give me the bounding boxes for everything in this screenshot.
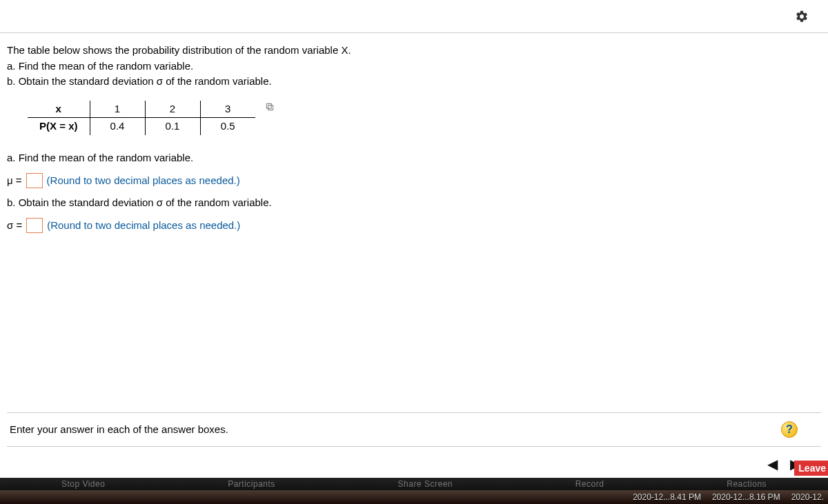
x-val-3: 3 xyxy=(200,101,255,118)
sigma-prefix: σ = xyxy=(7,218,22,234)
zoom-participants[interactable]: Participants xyxy=(228,479,275,489)
mu-prefix: μ = xyxy=(7,173,22,189)
taskbar-chip[interactable]: 2020-12. xyxy=(789,492,827,502)
top-bar xyxy=(0,0,828,33)
pager: ◀ ▶ xyxy=(7,447,821,474)
sigma-input[interactable] xyxy=(26,218,43,233)
x-val-1: 1 xyxy=(90,101,145,118)
zoom-toolbar: Stop Video Participants Share Screen Rec… xyxy=(0,478,828,490)
help-icon[interactable]: ? xyxy=(781,421,798,438)
p-val-1: 0.4 xyxy=(90,118,145,135)
zoom-reactions[interactable]: Reactions xyxy=(727,479,767,489)
question-content: The table below shows the probability di… xyxy=(0,33,828,474)
gear-icon[interactable] xyxy=(795,10,809,23)
x-val-2: 2 xyxy=(145,101,200,118)
question-intro: The table below shows the probability di… xyxy=(7,43,821,90)
zoom-record[interactable]: Record xyxy=(575,479,604,489)
p-val-3: 0.5 xyxy=(200,118,255,135)
zoom-share-screen[interactable]: Share Screen xyxy=(398,479,453,489)
taskbar-chip[interactable]: 2020-12...8.41 PM xyxy=(630,492,704,502)
footer-hint-bar: Enter your answer in each of the answer … xyxy=(7,413,821,447)
prev-button[interactable]: ◀ xyxy=(767,454,778,474)
part-b-prompt: b. Obtain the standard deviation σ of th… xyxy=(7,195,821,211)
mu-hint: (Round to two decimal places as needed.) xyxy=(47,173,240,189)
copy-icon[interactable] xyxy=(265,102,275,116)
part-b-text: b. Obtain the standard deviation σ of th… xyxy=(7,74,821,90)
part-a-text: a. Find the mean of the random variable. xyxy=(7,59,821,74)
p-val-2: 0.1 xyxy=(145,118,200,135)
distribution-table-wrap: x 1 2 3 P(X = x) 0.4 0.1 0.5 xyxy=(28,101,255,135)
svg-rect-0 xyxy=(268,105,273,110)
intro-text: The table below shows the probability di… xyxy=(7,43,821,59)
sigma-answer-line: σ = (Round to two decimal places as need… xyxy=(7,218,821,234)
part-a-prompt: a. Find the mean of the random variable. xyxy=(7,150,821,166)
svg-rect-1 xyxy=(266,103,271,108)
taskbar: 2020-12...8.41 PM 2020-12...8.16 PM 2020… xyxy=(0,490,828,504)
sigma-hint: (Round to two decimal places as needed.) xyxy=(47,218,240,234)
taskbar-chip[interactable]: 2020-12...8.16 PM xyxy=(709,492,783,502)
footer-hint-text: Enter your answer in each of the answer … xyxy=(10,422,228,438)
row-x-label: x xyxy=(28,101,90,118)
distribution-table: x 1 2 3 P(X = x) 0.4 0.1 0.5 xyxy=(28,101,255,135)
zoom-stop-video[interactable]: Stop Video xyxy=(61,479,106,489)
leave-button[interactable]: Leave xyxy=(794,461,828,476)
row-p-label: P(X = x) xyxy=(28,118,90,135)
mu-input[interactable] xyxy=(26,173,43,188)
mu-answer-line: μ = (Round to two decimal places as need… xyxy=(7,173,821,189)
